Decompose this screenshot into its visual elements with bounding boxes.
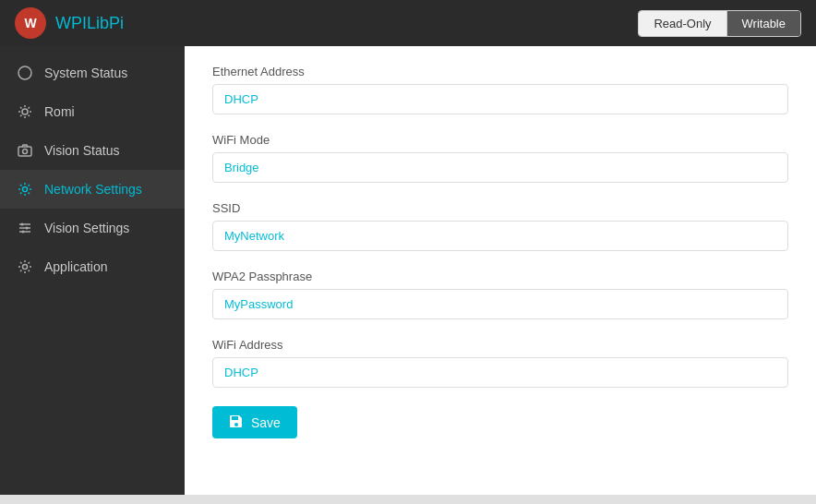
read-only-button[interactable]: Read-Only	[639, 11, 726, 36]
logo-text: WPILibPi	[55, 14, 124, 33]
sidebar-item-vision-status[interactable]: Vision Status	[0, 131, 185, 170]
wpa2-section: WPA2 Passphrase	[212, 270, 788, 319]
ethernet-address-label: Ethernet Address	[212, 65, 788, 78]
svg-point-9	[26, 227, 29, 230]
writable-button[interactable]: Writable	[727, 11, 800, 36]
logo-icon: W	[15, 7, 46, 39]
svg-point-11	[23, 265, 28, 270]
logo: W WPILibPi	[15, 7, 124, 39]
save-icon	[229, 414, 244, 431]
sidebar-item-vision-settings[interactable]: Vision Settings	[0, 209, 185, 247]
ethernet-address-section: Ethernet Address	[212, 65, 788, 114]
svg-point-8	[21, 223, 24, 226]
main-layout: System Status Romi Vision Status Network…	[0, 46, 816, 495]
wifi-address-input[interactable]	[212, 357, 788, 388]
ssid-input[interactable]	[212, 221, 788, 251]
svg-point-3	[23, 150, 28, 154]
save-button[interactable]: Save	[212, 406, 297, 438]
svg-point-0	[18, 66, 31, 79]
mode-toggle: Read-Only Writable	[638, 10, 801, 37]
ssid-section: SSID	[212, 201, 788, 251]
wifi-address-section: WiFi Address	[212, 338, 788, 388]
gear2-icon	[17, 258, 33, 275]
wpa2-label: WPA2 Passphrase	[212, 270, 788, 283]
svg-point-4	[23, 187, 28, 192]
header: W WPILibPi Read-Only Writable	[0, 0, 816, 46]
camera-icon	[17, 142, 33, 159]
wifi-address-label: WiFi Address	[212, 338, 788, 352]
bottom-bar	[0, 495, 816, 504]
sidebar-item-romi[interactable]: Romi	[0, 92, 185, 131]
sidebar: System Status Romi Vision Status Network…	[0, 46, 185, 495]
svg-rect-2	[18, 147, 31, 156]
sliders-icon	[17, 220, 33, 236]
wifi-mode-input[interactable]	[212, 152, 788, 183]
ssid-label: SSID	[212, 201, 788, 215]
content-area: Ethernet Address WiFi Mode SSID WPA2 Pas…	[185, 46, 816, 495]
svg-point-1	[22, 109, 28, 114]
sidebar-item-application[interactable]: Application	[0, 247, 185, 286]
sidebar-item-network-settings[interactable]: Network Settings	[0, 170, 185, 209]
sidebar-item-system-status[interactable]: System Status	[0, 54, 185, 92]
wifi-mode-section: WiFi Mode	[212, 133, 788, 183]
settings-icon	[17, 103, 33, 120]
svg-point-10	[22, 231, 25, 234]
ethernet-address-input[interactable]	[212, 84, 788, 114]
gear-icon	[17, 181, 33, 198]
wpa2-input[interactable]	[212, 289, 788, 319]
wifi-mode-label: WiFi Mode	[212, 133, 788, 147]
circle-icon	[17, 65, 33, 81]
